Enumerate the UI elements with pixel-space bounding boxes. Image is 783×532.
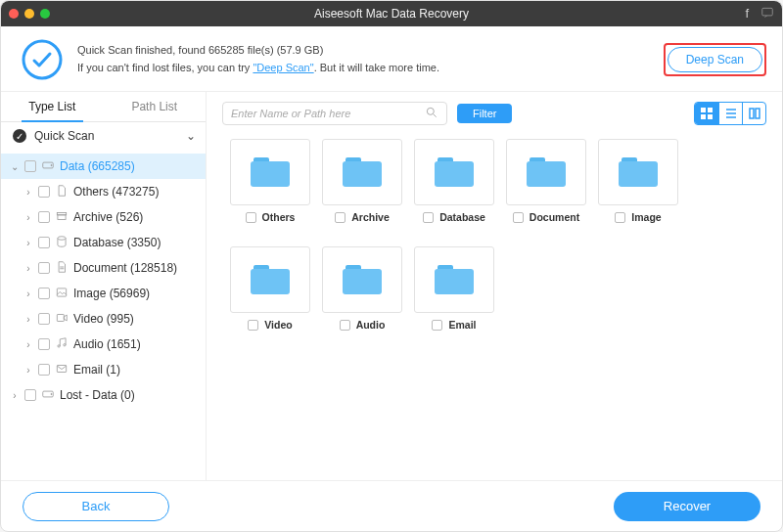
checkbox[interactable] [423,212,434,223]
folder-icon [322,246,402,313]
sidebar-tree: ⌄ Data (665285) › Others (473275) › Arch… [1,150,206,480]
chevron-right-icon[interactable]: › [23,339,34,350]
chevron-right-icon[interactable]: › [23,314,34,325]
search-input[interactable]: Enter Name or Path here [222,102,447,125]
checkbox[interactable] [615,212,625,223]
sidebar-quick-scan-row[interactable]: ✓ Quick Scan ⌄ [1,122,206,150]
quick-scan-label: Quick Scan [34,129,94,143]
recover-button[interactable]: Recover [614,492,760,521]
sidebar-tabs: Type List Path List [1,92,206,122]
tree-item-archive[interactable]: › Archive (526) [1,204,206,230]
chevron-right-icon[interactable]: › [23,212,34,223]
grid-item-label: Audio [356,319,386,331]
footer: Back Recover [1,480,782,531]
view-grid-button[interactable] [695,103,718,124]
tree-item-label: Database (3350) [73,236,161,249]
tree-item-others[interactable]: › Others (473275) [1,179,206,204]
tree-item-image[interactable]: › Image (56969) [1,281,206,306]
grid-item-label: Video [264,319,292,331]
grid-item-others[interactable]: Others [226,139,314,246]
back-button[interactable]: Back [23,492,169,521]
tab-type-list[interactable]: Type List [1,92,104,121]
grid-item-label: Image [631,211,661,223]
tree-item-label: Video (995) [73,312,134,326]
checkbox[interactable] [38,211,50,223]
grid-item-label: Document [530,211,579,223]
checkbox[interactable] [24,160,36,172]
grid-item-label: Database [439,211,485,223]
tree-item-document[interactable]: › Document (128518) [1,255,206,281]
file-grid: Others Archive Database Document Image [207,135,782,480]
grid-item-document[interactable]: Document [502,139,590,246]
database-icon [54,235,69,251]
grid-item-database[interactable]: Database [410,139,498,246]
chevron-right-icon[interactable]: › [23,263,34,274]
status-line1c: ) [320,44,324,56]
folder-icon [230,246,310,313]
checkbox[interactable] [246,212,256,223]
chevron-right-icon[interactable]: › [23,187,34,198]
checkbox[interactable] [513,212,524,223]
checkbox[interactable] [248,320,258,331]
grid-item-email[interactable]: Email [410,246,498,354]
checkbox[interactable] [38,186,50,198]
status-line2a: If you can't find lost files, you can tr… [77,62,253,73]
tree-item-audio[interactable]: › Audio (1651) [1,332,206,357]
tree-item-label: Document (128518) [73,261,177,275]
tree-item-email[interactable]: › Email (1) [1,357,206,382]
deep-scan-button[interactable]: Deep Scan [668,47,762,72]
feedback-icon[interactable] [760,6,774,22]
view-list-button[interactable] [718,103,742,124]
chevron-right-icon[interactable]: › [23,288,34,299]
chevron-down-icon[interactable]: ⌄ [9,161,21,172]
grid-item-audio[interactable]: Audio [318,246,406,354]
main-toolbar: Enter Name or Path here Filter [207,92,782,135]
folder-icon [598,139,678,205]
chevron-right-icon[interactable]: › [23,238,34,248]
file-icon [54,184,69,200]
folder-icon [506,139,586,205]
chevron-right-icon[interactable]: › [9,390,21,401]
view-columns-button[interactable] [742,103,765,124]
folder-icon [414,246,494,313]
tree-root-data[interactable]: ⌄ Data (665285) [1,154,206,179]
checkbox[interactable] [432,320,442,331]
checkbox[interactable] [38,262,50,274]
document-icon [54,260,69,277]
chevron-right-icon[interactable]: › [23,365,34,376]
status-line1a: Quick Scan finished, found [77,44,208,56]
checkbox[interactable] [38,338,50,350]
filter-button[interactable]: Filter [457,104,512,123]
status-line1b: file(s) ( [245,44,281,56]
facebook-icon[interactable]: f [745,6,749,22]
svg-rect-15 [701,108,706,112]
grid-item-video[interactable]: Video [226,246,314,354]
checkbox[interactable] [38,237,50,248]
svg-rect-16 [708,108,713,112]
grid-item-label: Others [262,211,296,223]
titlebar: Aiseesoft Mac Data Recovery f [1,1,782,26]
tree-root-label: Data (665285) [60,159,135,173]
status-size: 57.9 GB [280,44,319,56]
deep-scan-link[interactable]: "Deep Scan" [253,62,313,73]
tree-lost-data[interactable]: › Lost - Data (0) [1,382,206,408]
grid-item-archive[interactable]: Archive [318,139,406,246]
tree-item-database[interactable]: › Database (3350) [1,230,206,255]
checkmark-icon: ✓ [13,129,26,143]
svg-rect-5 [58,214,66,219]
svg-rect-17 [701,114,706,119]
folder-icon [230,139,310,205]
deep-scan-highlight: Deep Scan [664,43,766,76]
svg-point-9 [58,344,60,346]
checkbox[interactable] [335,212,345,223]
checkbox[interactable] [340,320,350,331]
svg-rect-19 [750,109,754,118]
grid-item-image[interactable]: Image [594,139,682,246]
checkbox[interactable] [38,364,50,376]
tab-path-list[interactable]: Path List [104,92,207,121]
checkbox[interactable] [38,313,50,325]
checkbox[interactable] [24,389,36,401]
tree-item-video[interactable]: › Video (995) [1,306,206,332]
checkbox[interactable] [38,288,50,299]
chevron-down-icon[interactable]: ⌄ [186,129,196,143]
